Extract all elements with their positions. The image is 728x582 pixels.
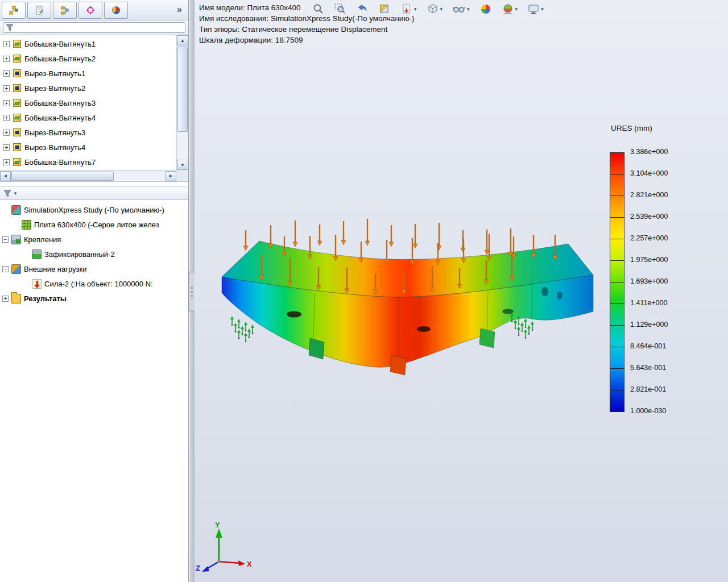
configurationmanager-tab[interactable] [53,2,77,19]
study-tree-item[interactable]: Зафиксированный-2 [0,247,188,261]
legend-value: 2.257e+000 [630,234,668,242]
triad-z-label: Z [196,564,200,572]
study-tree-item[interactable]: Сила-2 (:На объект: 1000000 N: [0,276,188,291]
study-tree-item[interactable]: −Крепления [0,232,188,247]
feature-tree-item[interactable]: +Вырез-Вытянуть3 [0,125,176,140]
legend-value: 1.411e+000 [630,299,667,307]
previous-view-button[interactable] [355,2,370,16]
legend-tick [610,282,624,282]
funnel-icon[interactable] [3,190,11,197]
scroll-down-icon[interactable]: ▼ [177,160,188,170]
graphics-area[interactable]: Имя модели: Плита 630x400 Имя исследован… [195,0,728,582]
expander-icon[interactable]: + [2,296,9,302]
legend-tick [610,304,624,304]
zoom-fit-button[interactable] [311,2,325,16]
more-tabs-chevron-icon[interactable]: » [175,5,187,16]
expander-icon[interactable]: − [2,266,9,272]
legend-value: 5.643e-001 [630,364,666,372]
filter-dropdown-icon[interactable]: ▼ [13,191,18,196]
model-render[interactable]: Y X Z [195,0,728,582]
feature-tree-wrap: +Бобышка-Вытянуть1+Бобышка-Вытянуть2+Выр… [0,35,188,182]
section-view-button[interactable] [377,2,392,16]
feature-tree-item[interactable]: +Вырез-Вытянуть4 [0,140,176,155]
fixed-icon [32,250,42,259]
legend-value: 2.821e-001 [630,385,666,393]
expander-icon[interactable]: + [3,100,10,106]
feature-tree-item[interactable]: +Бобышка-Вытянуть1 [0,36,176,51]
feature-tree-label: Бобышка-Вытянуть2 [24,55,96,63]
study-filter-bar: ▼ [0,186,188,200]
study-tree-item[interactable]: SimulationXpress Study (-По умолчанию-) [0,202,188,217]
zoom-area-button[interactable] [333,2,348,16]
view-settings-button[interactable]: ▾ [526,2,545,16]
dropdown-caret-icon[interactable]: ▾ [515,6,518,12]
expander-icon[interactable]: + [3,115,10,121]
dropdown-caret-icon[interactable]: ▾ [541,6,544,12]
legend-tick [610,368,624,369]
feature-tree-item[interactable]: +Бобышка-Вытянуть4 [0,110,176,125]
legend-value: 2.821e+000 [630,191,668,199]
legend-value: 2.539e+000 [630,213,668,221]
zoom-area-icon [334,3,346,15]
hscroll-thumb[interactable] [11,172,114,181]
feature-tree-label: Вырез-Вытянуть1 [24,69,85,78]
part-icon [22,220,31,230]
expander-icon[interactable]: + [3,70,10,77]
scroll-left-icon[interactable]: ◄ [0,171,11,181]
vscroll-thumb[interactable] [177,47,188,132]
plot-tools-button[interactable]: ▾ [399,2,418,16]
legend-value: 8.464e-001 [630,342,666,350]
expander-icon[interactable]: + [3,144,10,151]
feature-tree: +Бобышка-Вытянуть1+Бобышка-Вытянуть2+Выр… [0,36,176,170]
scroll-up-icon[interactable]: ▲ [177,35,188,45]
featuremanager-tab[interactable] [2,2,26,19]
heads-up-toolbar: ▾ ▾ ▾ [311,2,545,16]
legend-tick [610,390,624,390]
manager-tab-bar: » [0,0,188,20]
legend-value: 1.129e+000 [630,321,668,329]
expander-icon[interactable]: + [3,56,10,62]
dropdown-caret-icon[interactable]: ▾ [467,6,470,12]
feature-tree-item[interactable]: +Вырез-Вытянуть2 [0,81,176,95]
deformed-plate [222,241,593,375]
report-document-icon [400,3,413,15]
view-orientation-button[interactable]: ▾ [425,2,444,16]
panel-splitter[interactable] [189,0,195,582]
expander-icon[interactable]: − [2,236,9,243]
feature-tree-label: Вырез-Вытянуть3 [24,128,85,137]
dropdown-caret-icon[interactable]: ▾ [440,6,443,12]
displaymanager-tab[interactable] [104,2,128,19]
tree-filter-input[interactable] [3,22,185,33]
appearance-sphere-icon [479,3,492,15]
expander-icon[interactable]: + [3,130,10,136]
coordinate-triad: Y X Z [196,521,252,572]
legend-tick [610,347,624,347]
feature-tree-item[interactable]: +Бобышка-Вытянуть2 [0,51,176,66]
display-pie-icon [111,6,121,15]
boss-extrude-icon [13,113,22,122]
apply-scene-button[interactable]: ▾ [500,2,519,16]
study-tree-item[interactable]: Плита 630x400 (-Серое литое желез [0,217,188,232]
expander-icon[interactable]: + [3,85,10,92]
propertymanager-tab[interactable] [27,2,51,19]
study-tree-label: Плита 630x400 (-Серое литое желез [34,221,159,229]
feature-tree-hscrollbar[interactable]: ◄ ► [0,170,176,181]
feature-tree-item[interactable]: +Бобышка-Вытянуть3 [0,95,176,110]
triad-y-label: Y [215,521,220,529]
expander-icon[interactable]: + [3,159,10,165]
feature-tree-vscrollbar[interactable]: ▲ ▼ [176,35,188,170]
scroll-right-icon[interactable]: ► [166,171,176,181]
feature-tree-item[interactable]: +Вырез-Вытянуть1 [0,66,176,81]
study-tree-item[interactable]: +Результаты [0,291,188,306]
dropdown-caret-icon[interactable]: ▾ [414,6,417,12]
display-style-button[interactable]: ▾ [451,2,471,16]
property-page-icon [35,6,44,15]
cut-extrude-icon [13,128,22,137]
dimxpertmanager-tab[interactable] [78,2,102,19]
triad-x-label: X [247,560,252,568]
expander-icon[interactable]: + [3,41,10,47]
study-tree-item[interactable]: −Внешние нагрузки [0,261,188,276]
edit-appearance-button[interactable] [478,2,493,16]
feature-tree-item[interactable]: +Бобышка-Вытянуть7 [0,155,176,169]
feature-tree-label: Вырез-Вытянуть2 [24,84,85,93]
